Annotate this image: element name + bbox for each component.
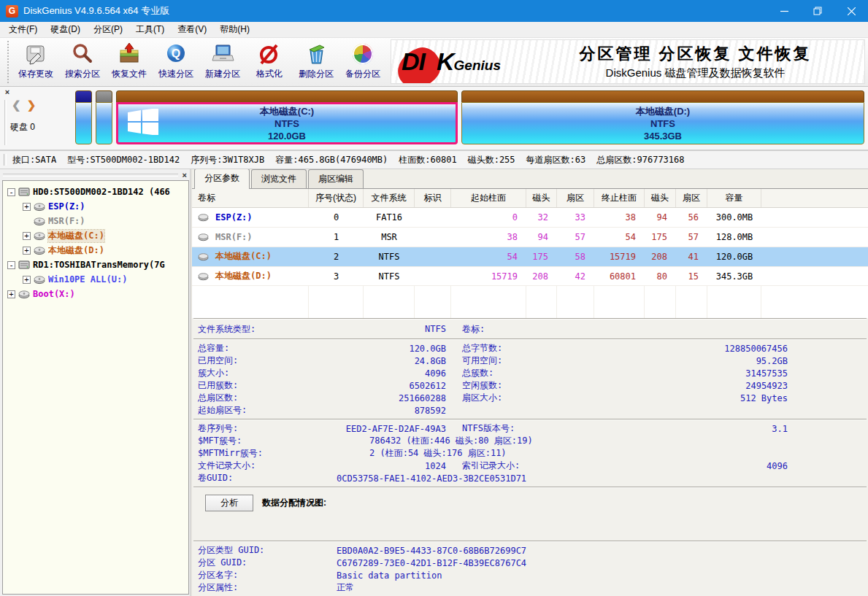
table-row-esp[interactable]: ESP(Z:) 0 FAT16 0 32 33 38 94 56 300.0MB bbox=[192, 208, 868, 228]
tool-label: 新建分区 bbox=[205, 68, 240, 80]
partition-icon bbox=[34, 246, 45, 255]
save-icon bbox=[23, 42, 48, 66]
tool-label: 备份分区 bbox=[345, 68, 380, 80]
disk-info-item: 磁头数:255 bbox=[468, 154, 515, 166]
delete-partition-button[interactable]: 删除分区 bbox=[293, 38, 339, 86]
tree-item-win10pe[interactable]: + Win10PE ALL(U:) bbox=[3, 272, 188, 287]
close-button[interactable] bbox=[834, 0, 868, 22]
tab-sector-edit[interactable]: 扇区编辑 bbox=[308, 169, 364, 188]
search-partition-icon bbox=[70, 42, 95, 66]
partition-block-c[interactable]: 本地磁盘(C:) NTFS 120.0GB bbox=[116, 90, 458, 144]
disk-info-item: 柱面数:60801 bbox=[399, 154, 456, 166]
delete-partition-icon bbox=[304, 42, 329, 66]
disk-info-item: 接口:SATA bbox=[12, 154, 56, 166]
menu-tools[interactable]: 工具(T) bbox=[129, 21, 171, 38]
prev-disk-arrow[interactable]: ❮ bbox=[12, 98, 23, 111]
restore-icon bbox=[813, 7, 822, 15]
app-icon: G bbox=[6, 5, 18, 18]
expander-icon[interactable]: + bbox=[23, 247, 31, 255]
partition-icon bbox=[34, 217, 45, 226]
new-partition-icon bbox=[210, 42, 235, 66]
quick-partition-button[interactable]: Q 快速分区 bbox=[153, 38, 199, 86]
tree-item-msr[interactable]: MSR(F:) bbox=[3, 214, 188, 228]
tool-label: 快速分区 bbox=[158, 68, 193, 80]
expander-icon[interactable]: + bbox=[23, 276, 31, 284]
sidebar-close-button[interactable]: × bbox=[183, 171, 187, 179]
toolbar-grip bbox=[7, 41, 11, 83]
expander-icon[interactable]: - bbox=[7, 261, 15, 269]
tree-item-rd1[interactable]: - RD1:TOSHIBATransMemory(7G bbox=[3, 258, 188, 272]
disk-info-item: 每道扇区数:63 bbox=[526, 154, 586, 166]
next-disk-arrow[interactable]: ❯ bbox=[27, 98, 38, 111]
tree-item-local-c[interactable]: + 本地磁盘(C:) bbox=[3, 228, 188, 243]
tree-item-boot[interactable]: + Boot(X:) bbox=[3, 287, 188, 301]
allocation-map-area bbox=[192, 513, 868, 541]
esp-type-strip bbox=[75, 90, 92, 102]
menu-view[interactable]: 查看(V) bbox=[171, 21, 213, 38]
partition-block-d[interactable]: 本地磁盘(D:) NTFS 345.3GB bbox=[461, 90, 864, 144]
table-row-msr[interactable]: MSR(F:) 1 MSR 38 94 57 54 175 57 128.0MB bbox=[192, 228, 868, 247]
partition-icon bbox=[34, 231, 45, 241]
menu-partition[interactable]: 分区(P) bbox=[87, 21, 129, 38]
restore-button[interactable] bbox=[801, 0, 834, 22]
disk-graph-panel: × ❮ ❯ 硬盘 0 本地磁盘(C:) NTFS 120.0GB bbox=[0, 87, 868, 151]
menu-help[interactable]: 帮助(H) bbox=[213, 21, 256, 38]
partition-icon bbox=[198, 233, 209, 241]
logo-text: K bbox=[437, 47, 454, 76]
panel-close-button[interactable]: × bbox=[2, 88, 12, 96]
partition-size: 345.3GB bbox=[644, 130, 682, 142]
partition-size: 120.0GB bbox=[268, 130, 306, 142]
partition-icon bbox=[198, 213, 209, 222]
partition-name: 本地磁盘(D:) bbox=[636, 105, 690, 117]
partition-map: 本地磁盘(C:) NTFS 120.0GB 本地磁盘(D:) NTFS 345.… bbox=[75, 90, 864, 144]
tool-label: 恢复文件 bbox=[112, 68, 147, 80]
tab-partition-params[interactable]: 分区参数 bbox=[194, 169, 250, 189]
tab-browse-files[interactable]: 浏览文件 bbox=[251, 169, 307, 188]
minimize-icon bbox=[780, 7, 788, 15]
minimize-button[interactable] bbox=[767, 0, 801, 22]
disk-label: 硬盘 0 bbox=[10, 121, 35, 133]
save-changes-button[interactable]: 保存更改 bbox=[12, 38, 59, 86]
toolbar: 保存更改 搜索分区 恢复文件 Q 快速分区 新建分区 格式化 删除 bbox=[0, 38, 868, 87]
window-title: DiskGenius V4.9.6.564 x64 专业版 bbox=[23, 4, 169, 18]
title-bar: G DiskGenius V4.9.6.564 x64 专业版 bbox=[0, 0, 868, 22]
left-sidebar: × - HD0:ST500DM002-1BD142 (466 + ESP(Z:)… bbox=[0, 169, 190, 596]
tab-bar: 分区参数 浏览文件 扇区编辑 bbox=[192, 169, 868, 188]
partition-icon bbox=[198, 252, 209, 261]
tree-item-local-d[interactable]: + 本地磁盘(D:) bbox=[3, 243, 188, 258]
format-button[interactable]: 格式化 bbox=[246, 38, 293, 86]
quick-partition-icon: Q bbox=[164, 42, 188, 66]
expander-icon[interactable]: + bbox=[23, 203, 31, 211]
svg-text:Q: Q bbox=[172, 47, 180, 60]
tool-label: 格式化 bbox=[256, 68, 283, 80]
table-header: 卷标 序号(状态) 文件系统 标识 起始柱面 磁头 扇区 终止柱面 磁头 扇区 … bbox=[192, 189, 868, 208]
panel-grip bbox=[4, 100, 7, 145]
table-row-local-d[interactable]: 本地磁盘(D:) 3 NTFS 15719 208 42 60801 80 15… bbox=[192, 267, 868, 287]
banner-subtitle: DiskGenius 磁盘管理及数据恢复软件 bbox=[548, 66, 842, 80]
search-partition-button[interactable]: 搜索分区 bbox=[59, 38, 106, 86]
recover-files-icon bbox=[117, 42, 142, 66]
table-empty-area bbox=[192, 286, 868, 318]
backup-partition-button[interactable]: 备份分区 bbox=[339, 38, 386, 86]
backup-partition-icon bbox=[350, 42, 375, 66]
new-partition-button[interactable]: 新建分区 bbox=[199, 38, 246, 86]
tree-item-esp[interactable]: + ESP(Z:) bbox=[3, 199, 188, 214]
menu-disk[interactable]: 硬盘(D) bbox=[44, 21, 87, 38]
menu-file[interactable]: 文件(F) bbox=[2, 21, 44, 38]
format-icon bbox=[257, 42, 282, 66]
expander-icon[interactable]: - bbox=[7, 188, 15, 196]
analyze-button[interactable]: 分析 bbox=[205, 495, 253, 511]
expander-icon[interactable]: + bbox=[23, 232, 31, 240]
tree-item-hd0[interactable]: - HD0:ST500DM002-1BD142 (466 bbox=[3, 185, 188, 199]
allocation-map-label: 数据分配情况图: bbox=[262, 497, 326, 509]
recover-files-button[interactable]: 恢复文件 bbox=[106, 38, 153, 86]
tool-label: 删除分区 bbox=[299, 68, 334, 80]
disk-info-item: 型号:ST500DM002-1BD142 bbox=[67, 154, 180, 166]
guid-info: 分区类型 GUID:EBD0A0A2-B9E5-4433-87C0-68B6B7… bbox=[192, 542, 868, 596]
brand-banner: DI K Genius 分区管理 分区恢复 文件恢复 DiskGenius 磁盘… bbox=[391, 39, 865, 84]
partition-block-esp[interactable] bbox=[75, 90, 92, 144]
table-row-local-c[interactable]: 本地磁盘(C:) 2 NTFS 54 175 58 15719 208 41 1… bbox=[192, 247, 868, 267]
partition-block-msr[interactable] bbox=[96, 90, 112, 144]
expander-icon[interactable]: + bbox=[7, 290, 15, 298]
partition-icon bbox=[34, 202, 45, 212]
